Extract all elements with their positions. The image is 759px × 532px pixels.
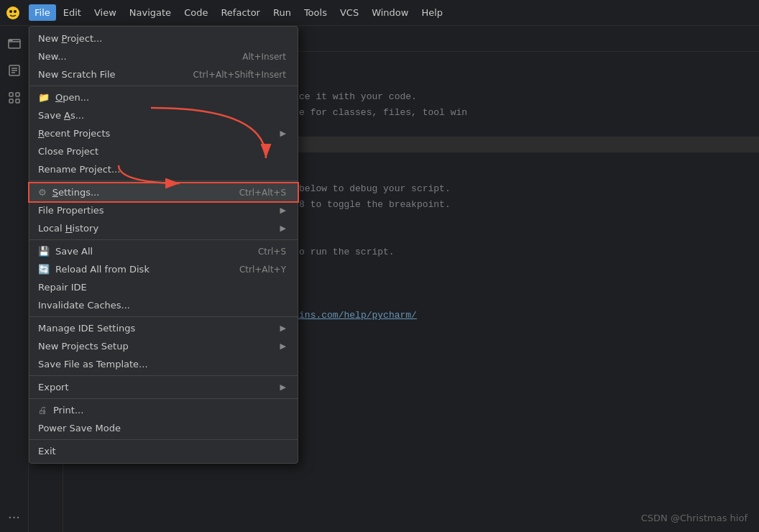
sidebar-structure-icon[interactable] [3,86,26,109]
menu-close-project[interactable]: Close Project [29,142,298,160]
menu-power-save[interactable]: Power Save Mode [29,419,298,437]
svg-rect-11 [16,99,19,103]
menu-file-properties[interactable]: File Properties ▶ [29,201,298,219]
watermark: CSDN @Christmas hiof [641,513,748,523]
menu-save-file-template[interactable]: Save File as Template... [29,355,298,373]
menu-repair-ide[interactable]: Repair IDE [29,278,298,296]
file-menu-dropdown: New Project... New... Alt+Insert New Scr… [29,26,298,464]
open-folder-icon: 📁 [38,92,50,103]
svg-rect-8 [9,93,13,96]
menu-bar: File Edit View Navigate Code Refactor Ru… [29,4,448,21]
menu-view[interactable]: View [88,4,122,21]
separator-7 [29,439,298,440]
print-icon: 🖨 [38,405,47,416]
svg-point-1 [9,10,12,13]
menu-invalidate-caches[interactable]: Invalidate Caches... [29,296,298,314]
svg-rect-10 [9,99,13,103]
sidebar-more-icon[interactable]: ··· [8,510,20,525]
new-projects-arrow: ▶ [280,341,286,351]
menu-vcs[interactable]: VCS [334,4,364,21]
separator-6 [29,398,298,399]
separator-3 [29,239,298,240]
menu-save-as[interactable]: Save As... [29,106,298,124]
menu-save-all[interactable]: 💾 Save All Ctrl+S [29,242,298,260]
recent-projects-arrow: ▶ [280,129,286,138]
menu-rename-project[interactable]: Rename Project... [29,160,298,178]
menu-open[interactable]: 📁 Open... [29,88,298,106]
sidebar-icons: ··· [0,26,29,532]
svg-point-2 [14,10,17,13]
separator-5 [29,375,298,376]
menu-tools[interactable]: Tools [298,4,333,21]
app-logo [3,3,23,23]
file-menu-panel: New Project... New... Alt+Insert New Scr… [29,26,298,464]
menu-print[interactable]: 🖨 Print... [29,401,298,419]
menu-recent-projects[interactable]: Recent Projects ▶ [29,124,298,142]
menu-new-projects-setup[interactable]: New Projects Setup ▶ [29,337,298,355]
menu-new-project[interactable]: New Project... [29,29,298,47]
menu-new-scratch[interactable]: New Scratch File Ctrl+Alt+Shift+Insert [29,65,298,83]
menu-reload-all[interactable]: 🔄 Reload All from Disk Ctrl+Alt+Y [29,260,298,278]
local-history-arrow: ▶ [280,224,286,233]
manage-settings-arrow: ▶ [280,324,286,333]
title-bar: File Edit View Navigate Code Refactor Ru… [0,0,759,26]
menu-navigate[interactable]: Navigate [124,4,177,21]
menu-local-history[interactable]: Local History ▶ [29,219,298,237]
menu-help[interactable]: Help [415,4,448,21]
save-all-icon: 💾 [38,246,50,257]
svg-point-0 [6,6,19,19]
separator-4 [29,316,298,317]
menu-exit[interactable]: Exit [29,442,298,460]
menu-window[interactable]: Window [366,4,414,21]
file-properties-arrow: ▶ [280,206,286,215]
separator-2 [29,180,298,181]
menu-new[interactable]: New... Alt+Insert [29,47,298,65]
menu-refactor[interactable]: Refactor [215,4,266,21]
export-arrow: ▶ [280,382,286,392]
sidebar-project-icon[interactable] [3,59,26,82]
separator-1 [29,86,298,86]
menu-file[interactable]: File [29,4,56,21]
menu-code[interactable]: Code [178,4,213,21]
svg-rect-9 [16,93,19,96]
menu-settings[interactable]: ⚙ Settings... Ctrl+Alt+S [29,183,298,201]
reload-icon: 🔄 [38,264,50,275]
menu-run[interactable]: Run [267,4,297,21]
menu-edit[interactable]: Edit [58,4,87,21]
settings-gear-icon: ⚙ [38,187,47,198]
menu-export[interactable]: Export ▶ [29,378,298,396]
menu-manage-ide-settings[interactable]: Manage IDE Settings ▶ [29,319,298,337]
sidebar-folder-icon[interactable] [3,32,26,55]
